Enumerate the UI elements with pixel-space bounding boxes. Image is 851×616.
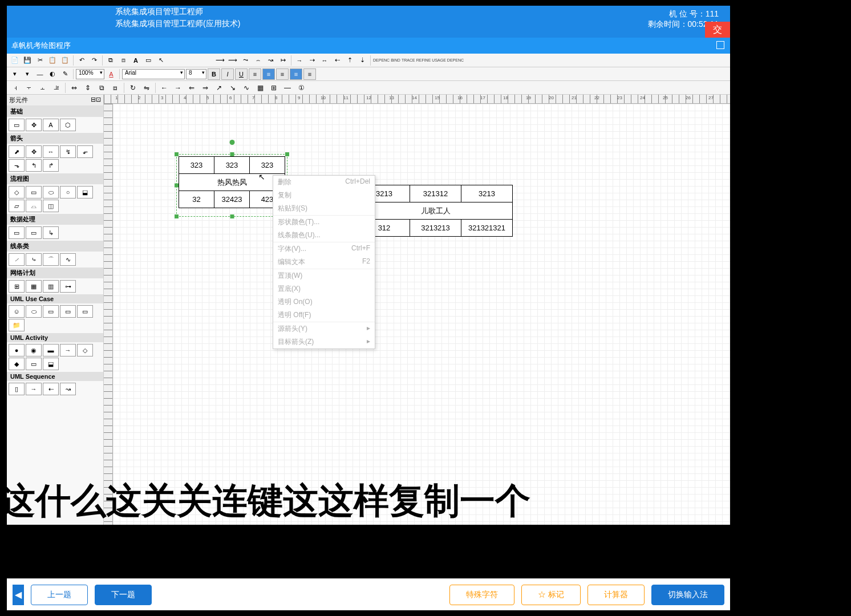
special-chars-button[interactable]: 特殊字符 <box>449 585 514 605</box>
rect-icon[interactable]: ▭ <box>9 119 25 131</box>
resize-handle[interactable] <box>285 152 289 156</box>
ungroup-icon[interactable]: ⧈ <box>109 82 121 94</box>
circle-icon[interactable]: ○ <box>60 186 76 198</box>
save-icon[interactable]: 💾 <box>22 55 33 66</box>
arrow-icon[interactable]: ← <box>158 82 171 94</box>
grid-icon[interactable]: ⊞ <box>268 82 280 94</box>
data-icon[interactable]: ▭ <box>9 226 25 239</box>
line-style-icon[interactable]: ⟶ <box>214 55 226 66</box>
flip-icon[interactable]: ⇋ <box>140 82 153 94</box>
msg-icon[interactable]: → <box>26 383 42 395</box>
group-icon[interactable]: ⧉ <box>95 82 108 94</box>
prev-button[interactable]: 上一题 <box>31 585 88 605</box>
arrow-icon[interactable]: ✥ <box>26 145 42 158</box>
menu-item[interactable]: 形状颜色(T)... <box>273 216 375 229</box>
table-cell[interactable]: 3213 <box>461 185 513 202</box>
align-right-button[interactable]: ≡ <box>276 68 289 80</box>
line-style-icon[interactable]: ↦ <box>277 55 289 66</box>
align-icon[interactable]: ⫞ <box>9 82 22 94</box>
menu-item[interactable]: 透明 On(O) <box>273 295 375 309</box>
cat-usecase[interactable]: UML Use Case <box>7 294 103 303</box>
table-cell[interactable]: 热风热风 <box>179 174 285 191</box>
table-cell[interactable]: 儿歌工人 <box>359 202 513 220</box>
rect-icon[interactable]: ▭ <box>26 186 42 198</box>
bold-button[interactable]: B <box>208 68 220 80</box>
line-style-icon[interactable]: ⟿ <box>227 55 238 66</box>
submit-button[interactable]: 交 <box>705 22 730 38</box>
drawing-canvas[interactable]: 323 323 323 热风热风 32 32423 423 <box>113 104 730 525</box>
font-color-icon[interactable]: A <box>106 68 117 80</box>
distribute-icon[interactable]: ⇔ <box>68 82 80 94</box>
async-icon[interactable]: ↝ <box>60 383 76 395</box>
cat-activity[interactable]: UML Activity <box>7 333 103 342</box>
table-shape-1[interactable]: 323 323 323 热风热风 32 32423 423 <box>179 156 285 208</box>
align-icon[interactable]: ⫟ <box>23 82 35 94</box>
pen-icon[interactable]: ✎ <box>59 68 71 80</box>
rotate-handle[interactable] <box>229 140 234 145</box>
sidebar-toggle-icon[interactable]: ⊟⊡ <box>91 96 101 104</box>
select-icon[interactable]: ▭ <box>143 55 154 66</box>
arrow-type-icon[interactable]: ⇢ <box>306 55 318 66</box>
doc-icon[interactable]: ⬓ <box>77 186 93 198</box>
table-cell[interactable]: 3213213 <box>410 220 461 237</box>
paste-icon[interactable]: 📋 <box>59 55 71 66</box>
line-icon[interactable]: ⤷ <box>26 253 42 266</box>
distribute-icon[interactable]: ⇕ <box>82 82 94 94</box>
final-icon[interactable]: ◉ <box>26 344 42 356</box>
font-size-combo[interactable]: 8 <box>186 69 206 79</box>
initial-icon[interactable]: ● <box>9 344 25 356</box>
cat-basic[interactable]: 基础 <box>7 106 103 117</box>
align-icon[interactable]: ⫠ <box>37 82 49 94</box>
menu-item[interactable]: 置顶(W) <box>273 269 375 282</box>
table-cell[interactable]: 321312 <box>410 185 461 202</box>
flow-icon[interactable]: → <box>60 344 76 356</box>
grid-icon[interactable]: ▥ <box>43 280 59 293</box>
menu-item[interactable]: 粘贴到(S) <box>273 202 375 215</box>
arrow-icon[interactable]: ↗ <box>213 82 225 94</box>
menu-item[interactable]: 源箭头(Y)▸ <box>273 322 375 335</box>
usecase-icon[interactable]: ⬭ <box>26 305 42 318</box>
actor-icon[interactable]: ☺ <box>9 305 25 318</box>
restore-icon[interactable] <box>716 41 724 49</box>
menu-item[interactable]: 目标箭头(Z)▸ <box>273 335 375 348</box>
valign-bottom-button[interactable]: ≡ <box>303 68 316 80</box>
table-cell[interactable]: 32 <box>179 191 214 208</box>
align-center-button[interactable]: ≡ <box>262 68 275 80</box>
menu-item[interactable]: 删除Ctrl+Del <box>273 176 375 189</box>
wave-icon[interactable]: ∿ <box>240 82 253 94</box>
resize-handle[interactable] <box>230 214 234 218</box>
note-icon[interactable]: ⬓ <box>43 358 59 370</box>
number-icon[interactable]: ① <box>295 82 307 94</box>
line-style-icon[interactable]: ⤳ <box>240 55 251 66</box>
arrow-type-icon[interactable]: ⇠ <box>331 55 343 66</box>
italic-button[interactable]: I <box>221 68 234 80</box>
arrow-icon[interactable]: ⬎ <box>9 159 25 172</box>
copy-icon[interactable]: 📋 <box>47 55 58 66</box>
collapse-button[interactable]: ◀ <box>13 585 24 605</box>
extend-icon[interactable]: ▭ <box>77 305 93 318</box>
merge-icon[interactable]: ◆ <box>9 358 25 370</box>
table-cell[interactable]: 323 <box>250 157 285 174</box>
mark-button[interactable]: ☆ 标记 <box>521 585 581 605</box>
undo-icon[interactable]: ↶ <box>76 55 87 66</box>
table-cell[interactable]: 323 <box>214 157 250 174</box>
lifeline-icon[interactable]: ▯ <box>9 383 25 395</box>
menu-item[interactable]: 字体(V)...Ctrl+F <box>273 242 375 256</box>
resize-handle[interactable] <box>230 152 234 156</box>
calculator-button[interactable]: 计算器 <box>587 585 645 605</box>
arc-icon[interactable]: ⌒ <box>43 253 59 266</box>
align-left-button[interactable]: ≡ <box>249 68 261 80</box>
arrow-shape-icon[interactable]: ⬡ <box>60 119 76 131</box>
next-button[interactable]: 下一题 <box>95 585 152 605</box>
move-icon[interactable]: ✥ <box>26 119 42 131</box>
swim-icon[interactable]: ▭ <box>26 358 42 370</box>
arrow-icon[interactable]: ⇐ <box>185 82 198 94</box>
menu-item[interactable]: 线条颜色(U)... <box>273 229 375 242</box>
redo-icon[interactable]: ↷ <box>88 55 100 66</box>
arrow-type-icon[interactable]: ⇣ <box>356 55 368 66</box>
arrow-icon[interactable]: ↯ <box>60 145 76 158</box>
arrow-type-icon[interactable]: ⇡ <box>344 55 355 66</box>
arrow-icon[interactable]: → <box>172 82 184 94</box>
line-weight-icon[interactable]: — <box>34 68 46 80</box>
rounded-icon[interactable]: ⬭ <box>43 186 59 198</box>
